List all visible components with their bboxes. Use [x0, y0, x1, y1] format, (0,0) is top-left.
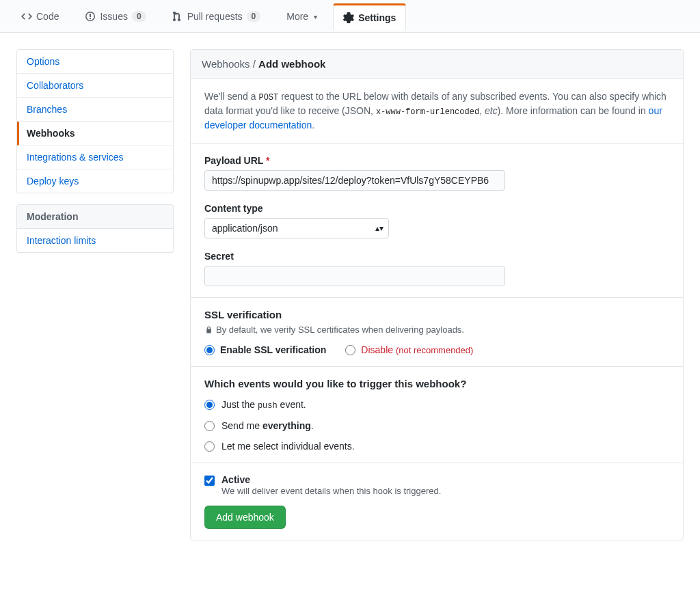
sidebar-moderation-header: Moderation [16, 204, 174, 229]
events-individual-radio[interactable]: Let me select individual events. [204, 441, 669, 452]
pull-request-icon [172, 11, 183, 22]
tab-settings[interactable]: Settings [333, 3, 406, 30]
content-type-label: Content type [204, 203, 669, 214]
sidebar-item-options[interactable]: Options [17, 50, 173, 74]
tab-more-label: More [286, 11, 308, 22]
tab-issues[interactable]: Issues 0 [75, 3, 156, 29]
gear-icon [343, 12, 354, 23]
tab-pulls[interactable]: Pull requests 0 [162, 3, 271, 29]
payload-url-label: Payload URL * [204, 155, 669, 166]
main-panel: Webhooks / Add webhook We'll send a POST… [190, 49, 684, 540]
ssl-note: By default, we verify SSL certificates w… [204, 325, 669, 335]
sidebar-item-integrations[interactable]: Integrations & services [17, 146, 173, 169]
content-type-select[interactable]: application/json [204, 218, 389, 238]
pulls-count: 0 [247, 11, 261, 22]
events-title: Which events would you like to trigger t… [204, 378, 669, 389]
repo-nav: Code Issues 0 Pull requests 0 More ▾ Set… [0, 0, 700, 33]
breadcrumb-current: Add webhook [258, 58, 325, 70]
sidebar-item-interaction-limits[interactable]: Interaction limits [17, 229, 173, 252]
code-icon [21, 11, 32, 22]
sidebar-item-webhooks[interactable]: Webhooks [17, 122, 173, 146]
ssl-disable-radio[interactable]: Disable (not recommended) [345, 344, 473, 355]
tab-code-label: Code [36, 11, 59, 22]
tab-settings-label: Settings [358, 12, 396, 23]
add-webhook-button[interactable]: Add webhook [204, 506, 286, 529]
sidebar-item-deploy-keys[interactable]: Deploy keys [17, 169, 173, 193]
tab-code[interactable]: Code [11, 3, 69, 29]
sidebar-item-collaborators[interactable]: Collaborators [17, 74, 173, 98]
lock-icon [204, 325, 213, 334]
active-checkbox[interactable]: Active We will deliver event details whe… [204, 474, 669, 496]
sidebar-item-branches[interactable]: Branches [17, 98, 173, 122]
intro-text: We'll send a POST request to the URL bel… [204, 90, 669, 133]
secret-input[interactable] [204, 266, 505, 286]
ssl-title: SSL verification [204, 309, 669, 320]
tab-pulls-label: Pull requests [187, 11, 243, 22]
secret-label: Secret [204, 251, 669, 262]
tab-issues-label: Issues [100, 11, 127, 22]
issue-icon [85, 11, 96, 22]
events-everything-radio[interactable]: Send me everything. [204, 420, 669, 431]
breadcrumb: Webhooks / Add webhook [191, 50, 683, 79]
issues-count: 0 [132, 11, 146, 22]
payload-url-input[interactable] [204, 170, 505, 191]
events-push-radio[interactable]: Just the push event. [204, 399, 669, 411]
settings-sidebar: Options Collaborators Branches Webhooks … [16, 49, 174, 253]
breadcrumb-parent: Webhooks / [202, 58, 258, 70]
chevron-down-icon: ▾ [314, 13, 317, 20]
tab-more[interactable]: More ▾ [276, 3, 327, 29]
ssl-enable-radio[interactable]: Enable SSL verification [204, 344, 326, 355]
